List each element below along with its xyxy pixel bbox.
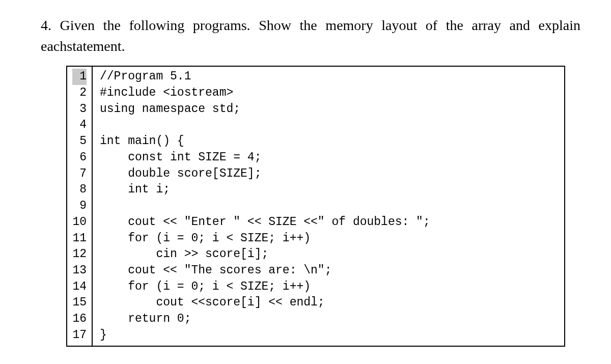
line-number: 12 <box>72 246 87 263</box>
line-number: 9 <box>72 198 87 214</box>
question-body: Given the following programs. Show the m… <box>41 17 580 54</box>
code-line: } <box>100 327 559 344</box>
line-number: 15 <box>72 295 87 311</box>
line-number: 7 <box>72 166 87 182</box>
line-number: 3 <box>72 101 87 118</box>
line-number: 16 <box>72 311 87 327</box>
code-line: cout <<score[i] << endl; <box>100 295 559 311</box>
code-line: cout << "The scores are: \n"; <box>100 263 559 279</box>
code-line: cout << "Enter " << SIZE <<" of doubles:… <box>100 214 559 231</box>
line-number: 5 <box>72 133 87 150</box>
line-number-gutter: 1234567891011121314151617 <box>67 67 93 345</box>
code-line: for (i = 0; i < SIZE; i++) <box>100 279 559 295</box>
code-content: //Program 5.1#include <iostream>using na… <box>93 67 564 345</box>
code-line: int main() { <box>100 133 559 150</box>
code-line <box>100 117 559 133</box>
question-text: 4. Given the following programs. Show th… <box>41 15 580 57</box>
code-line: return 0; <box>100 311 559 327</box>
line-number: 10 <box>72 214 87 231</box>
code-line: const int SIZE = 4; <box>100 150 559 166</box>
question-number: 4. <box>41 17 51 33</box>
line-number: 13 <box>72 263 87 279</box>
line-number: 17 <box>72 327 87 344</box>
line-number: 4 <box>72 117 87 133</box>
page: 4. Given the following programs. Show th… <box>0 0 611 364</box>
code-line: #include <iostream> <box>100 85 559 101</box>
line-number: 11 <box>72 231 87 247</box>
code-line: using namespace std; <box>100 101 559 118</box>
line-number: 1 <box>72 69 87 85</box>
line-number: 14 <box>72 279 87 295</box>
code-line: double score[SIZE]; <box>100 166 559 182</box>
line-number: 6 <box>72 150 87 166</box>
line-number: 2 <box>72 85 87 101</box>
code-line: cin >> score[i]; <box>100 246 559 263</box>
code-line: for (i = 0; i < SIZE; i++) <box>100 231 559 247</box>
code-line: int i; <box>100 182 559 198</box>
line-number: 8 <box>72 182 87 198</box>
code-block: 1234567891011121314151617 //Program 5.1#… <box>66 66 565 346</box>
code-line: //Program 5.1 <box>100 69 559 85</box>
code-line <box>100 198 559 214</box>
